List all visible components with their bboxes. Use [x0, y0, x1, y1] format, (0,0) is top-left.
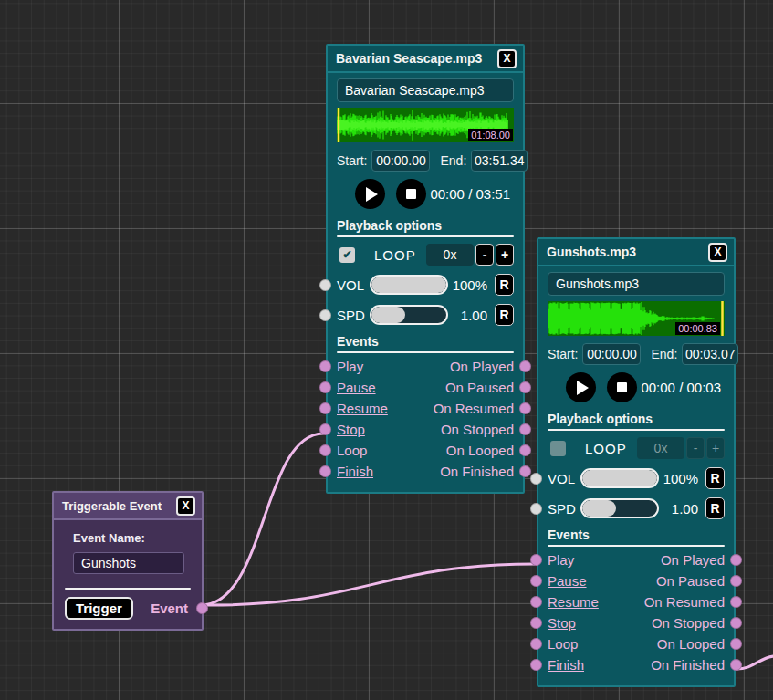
event-output-label: On Paused [656, 573, 725, 589]
onfinished-output-port[interactable] [730, 659, 742, 671]
waveform-display[interactable]: 01:08.00 [337, 108, 514, 142]
loop-input-port[interactable] [319, 444, 331, 456]
finish-input-port[interactable] [319, 465, 331, 477]
onresumed-output-port[interactable] [519, 402, 531, 414]
event-output-label: On Played [661, 552, 725, 568]
loop-minus-button[interactable]: - [686, 437, 705, 459]
audio-node-bavarian[interactable]: Bavarian Seascape.mp3 X Bavarian Seascap… [326, 44, 525, 494]
onlooped-output-port[interactable] [730, 638, 742, 650]
play-input-port[interactable] [530, 554, 542, 566]
onresumed-output-port[interactable] [730, 596, 742, 608]
pause-input-port[interactable] [319, 381, 331, 393]
event-row: Finish On Finished [337, 461, 514, 482]
speed-input-port[interactable] [319, 309, 331, 321]
event-input-label[interactable]: Resume [548, 594, 599, 610]
resume-input-port[interactable] [319, 402, 331, 414]
speed-input-port[interactable] [530, 503, 542, 515]
end-time-input[interactable]: 00:03.07 [682, 343, 738, 365]
filename-input[interactable]: Gunshots.mp3 [548, 272, 725, 296]
waveform-timestamp: 01:08.00 [468, 129, 513, 141]
loop-count-field[interactable]: 0x [426, 244, 474, 266]
stop-button[interactable] [607, 372, 637, 402]
end-time-input[interactable]: 03:51.34 [471, 150, 528, 172]
event-input-label[interactable]: Finish [548, 657, 584, 673]
onfinished-output-port[interactable] [519, 465, 531, 477]
playback-options-header: Playback options [548, 412, 725, 426]
onpaused-output-port[interactable] [519, 381, 531, 393]
play-button[interactable] [566, 372, 596, 402]
loop-checkbox[interactable]: ✔ [339, 247, 355, 263]
event-row: Pause On Paused [548, 570, 725, 591]
triggerable-event-node[interactable]: Triggerable Event X Event Name: Gunshots… [52, 491, 204, 631]
event-row: Finish On Finished [548, 654, 725, 675]
event-input-label[interactable]: Stop [548, 615, 576, 631]
loop-checkbox[interactable]: ✔ [550, 441, 566, 456]
event-input-label[interactable]: Play [548, 552, 574, 568]
speed-reset-button[interactable]: R [705, 497, 725, 519]
divider [548, 429, 725, 431]
stop-button[interactable] [396, 179, 426, 209]
wire-event-to-play[interactable] [202, 564, 534, 605]
volume-value: 100% [663, 471, 698, 486]
wire-event-to-stop[interactable] [202, 434, 323, 605]
loop-input-port[interactable] [530, 638, 542, 650]
finish-input-port[interactable] [530, 659, 542, 671]
play-input-port[interactable] [319, 360, 331, 372]
loop-plus-button[interactable]: + [496, 244, 514, 266]
onlooped-output-port[interactable] [519, 444, 531, 456]
audio-node-gunshots[interactable]: Gunshots.mp3 X Gunshots.mp3 00:00.83 Sta… [537, 237, 736, 687]
event-input-label[interactable]: Pause [548, 573, 587, 589]
event-input-label[interactable]: Pause [337, 380, 376, 395]
playback-options-header: Playback options [337, 218, 514, 233]
waveform-display[interactable]: 00:00.83 [548, 301, 725, 336]
event-output-label: On Paused [445, 380, 514, 395]
event-name-input[interactable]: Gunshots [73, 552, 184, 574]
trigger-button[interactable]: Trigger [65, 597, 133, 620]
node-header[interactable]: Gunshots.mp3 X [538, 239, 734, 266]
filename-input[interactable]: Bavarian Seascape.mp3 [337, 78, 514, 102]
event-input-label[interactable]: Resume [337, 401, 388, 416]
stop-input-port[interactable] [319, 423, 331, 435]
onstopped-output-port[interactable] [730, 617, 742, 629]
node-header[interactable]: Triggerable Event X [54, 493, 202, 520]
loop-count-field[interactable]: 0x [637, 437, 684, 459]
speed-slider[interactable] [580, 498, 659, 518]
node-editor-canvas[interactable]: Bavarian Seascape.mp3 X Bavarian Seascap… [0, 0, 773, 700]
close-icon[interactable]: X [497, 49, 517, 68]
onplayed-output-port[interactable] [730, 554, 742, 566]
onpaused-output-port[interactable] [730, 575, 742, 587]
wire-onfinished-out[interactable] [736, 656, 773, 669]
close-icon[interactable]: X [708, 243, 727, 262]
divider [65, 588, 191, 590]
event-input-label[interactable]: Finish [337, 464, 373, 479]
start-time-input[interactable]: 00:00.00 [371, 150, 430, 172]
event-output-port[interactable] [196, 602, 208, 614]
volume-input-port[interactable] [319, 279, 331, 291]
event-input-label[interactable]: Loop [337, 443, 367, 458]
resume-input-port[interactable] [530, 596, 542, 608]
onplayed-output-port[interactable] [519, 360, 531, 372]
onstopped-output-port[interactable] [519, 423, 531, 435]
volume-reset-button[interactable]: R [705, 467, 725, 489]
event-row: Play On Played [337, 356, 514, 377]
volume-slider[interactable] [370, 275, 448, 295]
stop-input-port[interactable] [530, 617, 542, 629]
volume-slider[interactable] [580, 468, 659, 488]
close-icon[interactable]: X [176, 496, 195, 516]
event-input-label[interactable]: Play [337, 359, 363, 374]
play-button[interactable] [355, 179, 385, 209]
loop-minus-button[interactable]: - [475, 244, 494, 266]
node-header[interactable]: Bavarian Seascape.mp3 X [328, 46, 523, 73]
pause-input-port[interactable] [530, 575, 542, 587]
speed-reset-button[interactable]: R [495, 304, 514, 326]
event-output-label: On Finished [651, 657, 725, 673]
event-input-label[interactable]: Loop [548, 636, 578, 652]
volume-reset-button[interactable]: R [495, 274, 514, 296]
loop-plus-button[interactable]: + [706, 437, 725, 459]
event-row: Pause On Paused [337, 377, 514, 398]
speed-slider[interactable] [370, 305, 448, 325]
event-input-label[interactable]: Stop [337, 422, 365, 437]
volume-input-port[interactable] [530, 473, 542, 485]
start-time-input[interactable]: 00:00.00 [582, 343, 641, 365]
volume-label: VOL [337, 277, 368, 293]
